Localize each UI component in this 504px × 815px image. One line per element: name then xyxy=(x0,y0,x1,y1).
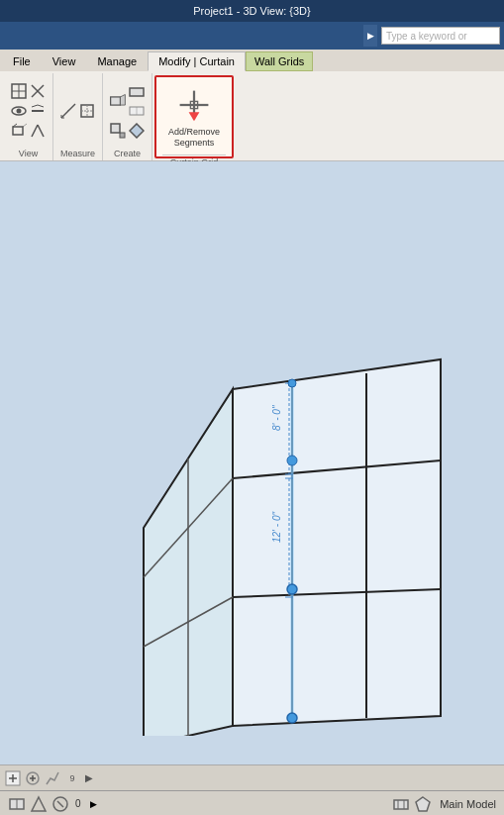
bottom-icon-1[interactable] xyxy=(8,795,26,813)
wall-grids-content: Add/Remove Segments xyxy=(162,81,226,153)
btn-create-sq[interactable] xyxy=(109,122,127,140)
bottom-bar-left: 0 ▶ xyxy=(8,795,103,813)
bottom-bar-right: Main Model xyxy=(392,795,496,813)
svg-line-10 xyxy=(23,124,27,127)
status-bar: 9 ▶ xyxy=(0,764,504,790)
tab-file[interactable]: File xyxy=(2,51,42,71)
btn-create-diamond[interactable] xyxy=(128,122,146,140)
svg-text:8' - 0": 8' - 0" xyxy=(271,405,282,431)
search-placeholder: Type a keyword or xyxy=(386,31,467,42)
bottom-arrow[interactable]: ▶ xyxy=(85,795,103,813)
group-view-label: View xyxy=(19,149,38,158)
group-wall-grids: Add/Remove Segments Curtain Grid xyxy=(154,75,234,158)
search-arrow[interactable]: ▶ xyxy=(363,25,377,47)
main-model-label: Main Model xyxy=(440,798,496,810)
btn-view-eye[interactable] xyxy=(10,102,28,120)
status-num: ▶ xyxy=(85,772,93,783)
btn-create-2[interactable] xyxy=(128,83,146,101)
svg-point-52 xyxy=(287,584,297,594)
svg-line-65 xyxy=(57,801,63,807)
add-remove-segments-icon xyxy=(174,85,214,125)
svg-marker-21 xyxy=(120,94,125,105)
svg-marker-63 xyxy=(32,797,46,811)
ribbon-content: View xyxy=(0,71,504,160)
btn-create-1[interactable] xyxy=(109,92,127,110)
search-input[interactable]: Type a keyword or xyxy=(381,27,500,45)
svg-line-11 xyxy=(32,125,38,137)
svg-rect-66 xyxy=(394,800,408,809)
svg-point-54 xyxy=(288,379,296,387)
svg-point-6 xyxy=(17,109,22,114)
group-create-label: Create xyxy=(114,149,141,158)
btn-create-3[interactable] xyxy=(128,102,146,120)
svg-line-13 xyxy=(61,104,75,118)
status-icons: 9 ▶ xyxy=(4,769,93,787)
bottom-icon-3[interactable] xyxy=(51,795,69,813)
group-measure-label: Measure xyxy=(60,149,95,158)
svg-line-12 xyxy=(38,125,44,137)
bottom-bar: 0 ▶ Main Model xyxy=(0,790,504,815)
ribbon: File View Manage Modify | Curtain Wall G… xyxy=(0,50,504,161)
bottom-right-icon-1[interactable] xyxy=(392,795,410,813)
tab-modify-curtain[interactable]: Modify | Curtain xyxy=(148,51,246,71)
status-icon-4[interactable]: 9 xyxy=(63,769,81,787)
status-icon-2[interactable] xyxy=(24,769,42,787)
group-create: Create xyxy=(103,73,152,160)
search-bar: ▶ Type a keyword or xyxy=(0,22,504,50)
3d-view-svg: 8' - 0" 12' - 0" xyxy=(0,161,504,736)
tab-wall-grids[interactable]: Wall Grids xyxy=(246,51,313,71)
btn-measure-1[interactable] xyxy=(59,102,77,120)
add-remove-segments-label: Add/Remove Segments xyxy=(168,127,220,149)
tab-manage[interactable]: Manage xyxy=(86,51,148,71)
svg-rect-20 xyxy=(111,97,121,105)
svg-marker-69 xyxy=(416,797,430,811)
svg-rect-8 xyxy=(13,127,23,135)
svg-marker-27 xyxy=(130,124,144,138)
view-buttons xyxy=(10,75,47,147)
svg-point-51 xyxy=(287,456,297,465)
btn-view-line[interactable] xyxy=(29,102,47,120)
canvas-area: 8' - 0" 12' - 0" xyxy=(0,161,504,764)
btn-measure-2[interactable] xyxy=(78,102,96,120)
svg-text:12' - 0": 12' - 0" xyxy=(271,512,282,543)
group-view: View xyxy=(4,73,53,160)
title-bar: Project1 - 3D View: {3D} xyxy=(0,0,504,22)
create-buttons xyxy=(109,75,146,147)
status-icon-1[interactable] xyxy=(4,769,22,787)
measure-buttons xyxy=(59,75,96,147)
bottom-right-icon-2[interactable] xyxy=(414,795,432,813)
svg-marker-34 xyxy=(233,359,441,726)
btn-view-1[interactable] xyxy=(10,82,28,100)
status-icon-3[interactable] xyxy=(44,769,61,787)
bottom-num: 0 xyxy=(75,798,81,809)
tab-view[interactable]: View xyxy=(42,51,87,71)
svg-rect-26 xyxy=(111,124,120,133)
main-canvas: 8' - 0" 12' - 0" xyxy=(0,161,504,764)
btn-view-x[interactable] xyxy=(29,82,47,100)
add-remove-segments-button[interactable]: Add/Remove Segments xyxy=(162,81,226,153)
ribbon-tabs: File View Manage Modify | Curtain Wall G… xyxy=(0,50,504,71)
group-measure: Measure xyxy=(53,73,103,160)
bottom-icon-2[interactable] xyxy=(30,795,48,813)
svg-marker-30 xyxy=(189,112,200,121)
btn-view-3[interactable] xyxy=(10,122,28,140)
svg-point-53 xyxy=(287,713,297,723)
title-text: Project1 - 3D View: {3D} xyxy=(193,5,310,17)
btn-view-4[interactable] xyxy=(29,122,47,140)
svg-rect-22 xyxy=(130,88,144,96)
